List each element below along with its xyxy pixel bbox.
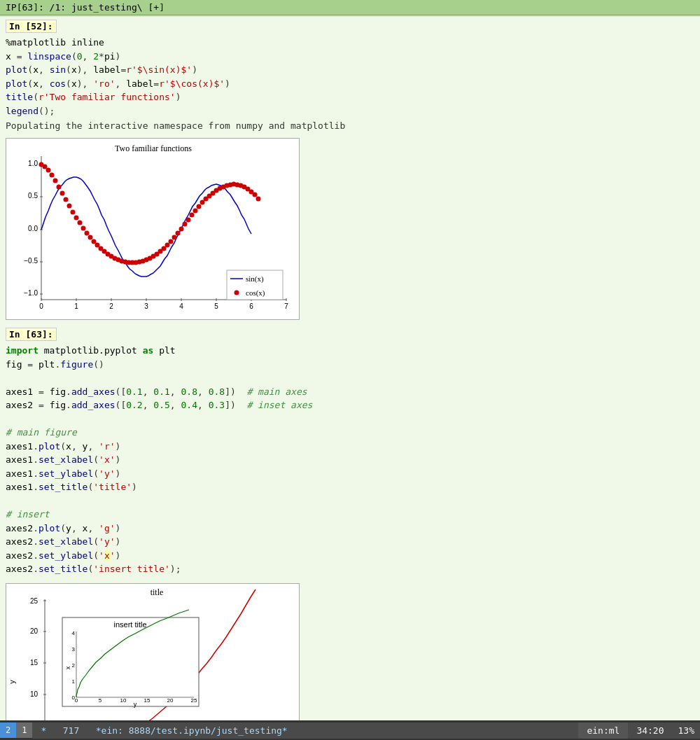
cell-52-label[interactable]: In [52]:: [6, 20, 57, 33]
svg-point-59: [193, 209, 198, 214]
code-line: import matplotlib.pyplot as plt: [6, 344, 694, 358]
code-line: axes1.plot(x, y, 'r'): [6, 440, 694, 454]
svg-point-28: [85, 231, 90, 236]
cell-52: In [52]: %matplotlib inline x = linspace…: [0, 17, 700, 135]
xtick-3: 3: [144, 302, 148, 310]
svg-point-26: [78, 221, 83, 225]
cell-52-code: %matplotlib inline x = linspace(0, 2*pi)…: [6, 34, 694, 119]
code-line: # insert: [6, 508, 694, 522]
ytick2-20: 20: [30, 627, 38, 635]
status-mode: ein:ml: [578, 722, 628, 739]
svg-point-56: [183, 222, 188, 227]
chart1-container: Two familiar functions 1.0 0.5 0.0 −0.5 …: [6, 138, 694, 322]
code-line: axes1.set_xlabel('x'): [6, 453, 694, 467]
svg-point-76: [253, 193, 258, 197]
status-cell-num: 717: [63, 725, 79, 736]
ytick2-10: 10: [30, 690, 38, 698]
cell-63: In [63]: import matplotlib.pyplot as plt…: [0, 325, 700, 580]
svg-point-54: [176, 231, 181, 236]
inset-ytick-3: 3: [72, 646, 76, 652]
code-line: title(r'Two familiar functions'): [6, 90, 694, 104]
code-line: legend();: [6, 104, 694, 118]
title-text: IP[63]: /1: just_testing\ [+]: [6, 2, 164, 13]
code-line: [6, 494, 694, 508]
code-line: axes1.set_ylabel('y'): [6, 467, 694, 481]
code-line: axes2.set_title('insert title');: [6, 562, 694, 576]
status-notebook: * 717 *ein: 8888/test.ipynb/just_testing…: [32, 722, 578, 739]
status-pct: 13%: [673, 722, 700, 739]
code-line: fig = plt.figure(): [6, 358, 694, 372]
notebook: In [52]: %matplotlib inline x = linspace…: [0, 17, 700, 720]
title-bar: IP[63]: /1: just_testing\ [+]: [0, 0, 700, 15]
code-line: [6, 371, 694, 385]
svg-point-27: [81, 226, 86, 231]
svg-point-77: [256, 197, 261, 202]
xtick-4: 4: [179, 302, 183, 310]
svg-point-61: [200, 200, 205, 205]
ytick2-25: 25: [30, 597, 38, 605]
svg-point-53: [172, 235, 177, 240]
status-num-2: 2: [0, 722, 16, 738]
svg-point-30: [92, 239, 97, 244]
status-notebook-name: *ein: 8888/test.ipynb/just_testing*: [96, 725, 288, 736]
status-cursor: 34:20: [628, 722, 672, 739]
code-line: axes1.set_title('title'): [6, 480, 694, 494]
status-bar: 2 1 * 717 *ein: 8888/test.ipynb/just_tes…: [0, 720, 700, 740]
svg-point-31: [95, 243, 100, 248]
ytick2-15: 15: [30, 659, 38, 666]
svg-point-20: [57, 185, 62, 190]
ytick-n05: −0.5: [24, 257, 38, 265]
ytick-10: 1.0: [28, 160, 38, 167]
chart2-ylabel: y: [8, 679, 16, 683]
chart1-svg: Two familiar functions 1.0 0.5 0.0 −0.5 …: [6, 138, 300, 320]
code-line: [6, 412, 694, 426]
inset-xtick-10: 10: [120, 697, 127, 704]
inset-xtick-0: 0: [75, 697, 78, 704]
inset-ytick-1: 1: [72, 678, 76, 685]
code-line: x = linspace(0, 2*pi): [6, 50, 694, 64]
inset-xtick-25: 25: [191, 697, 197, 704]
xtick-1: 1: [74, 302, 78, 310]
chart1-title: Two familiar functions: [115, 144, 192, 153]
code-line: %matplotlib inline: [6, 36, 694, 50]
svg-point-58: [190, 213, 195, 218]
xtick-7: 7: [284, 302, 288, 310]
svg-point-51: [165, 243, 170, 248]
legend-cos-text: cos(x): [246, 288, 265, 298]
code-line: # main figure: [6, 426, 694, 440]
svg-point-17: [46, 168, 51, 173]
ytick-00: 0.0: [28, 225, 38, 232]
inset-xlabel: y: [134, 701, 137, 708]
code-line: axes2.set_xlabel('y'): [6, 535, 694, 549]
inset-xtick-5: 5: [99, 697, 102, 704]
legend-cos-dot: [234, 291, 239, 295]
svg-point-23: [67, 204, 72, 209]
inset-ytick-2: 2: [72, 662, 76, 669]
inset-title: insert title: [113, 620, 146, 629]
xtick-6: 6: [249, 302, 253, 310]
svg-point-60: [197, 204, 202, 209]
cell-63-label[interactable]: In [63]:: [6, 328, 57, 341]
chart2-title: title: [150, 587, 164, 597]
code-line: axes1 = fig.add_axes([0.1, 0.1, 0.8, 0.8…: [6, 385, 694, 399]
status-num-1: 1: [16, 722, 32, 738]
chart2-container: title y x 0 5 10 15 20 25 0 1: [6, 583, 694, 721]
legend-sin-text: sin(x): [246, 274, 264, 284]
code-line: plot(x, sin(x), label=r'$\sin(x)$'): [6, 63, 694, 77]
xtick-0: 0: [39, 302, 43, 310]
svg-point-22: [64, 197, 69, 202]
code-line: axes2.set_ylabel('x'): [6, 549, 694, 563]
inset-ylabel: x: [64, 666, 71, 669]
svg-point-24: [71, 210, 76, 215]
inset-xtick-20: 20: [167, 697, 174, 704]
ytick-n10: −1.0: [24, 289, 38, 297]
svg-point-16: [43, 165, 48, 169]
svg-point-57: [186, 218, 191, 223]
svg-point-19: [53, 179, 58, 183]
inset-xtick-15: 15: [144, 697, 150, 704]
inset-ytick-4: 4: [72, 630, 76, 636]
svg-point-55: [179, 227, 184, 232]
xtick-5: 5: [214, 302, 218, 310]
cell-63-code: import matplotlib.pyplot as plt fig = pl…: [6, 342, 694, 578]
svg-point-50: [162, 246, 167, 251]
